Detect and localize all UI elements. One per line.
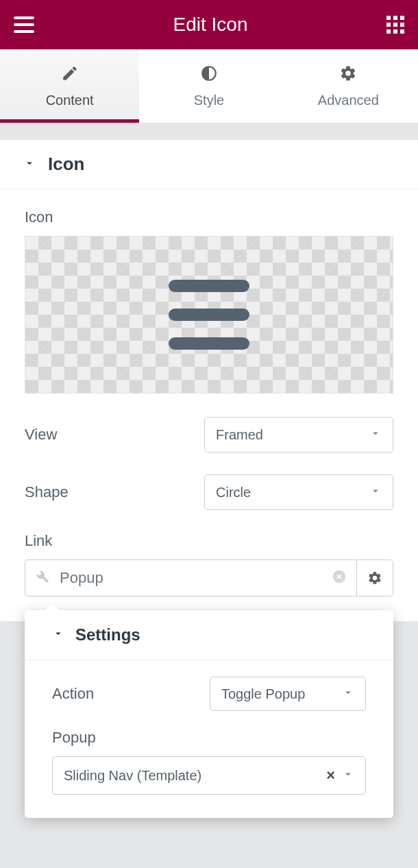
popover-title: Settings — [75, 625, 140, 644]
pencil-icon — [61, 64, 79, 86]
link-label: Link — [25, 532, 393, 550]
editor-tabs: Content Style Advanced — [0, 49, 418, 123]
wrench-icon — [35, 569, 50, 587]
svg-rect-3 — [386, 16, 391, 20]
select-value: Sliding Nav (Template) — [64, 768, 326, 784]
svg-rect-7 — [393, 23, 397, 27]
link-settings-popover: Settings Action Toggle Popup Popup Slidi… — [25, 610, 393, 818]
chevron-down-icon — [342, 686, 354, 702]
link-value: Popup — [60, 569, 322, 587]
chevron-down-icon — [369, 485, 382, 501]
svg-rect-5 — [400, 16, 404, 20]
content-panel: Icon Icon View Framed Shape Circle Link — [0, 140, 418, 621]
svg-rect-1 — [14, 23, 34, 26]
select-value: Circle — [216, 485, 251, 501]
chevron-down-icon — [342, 768, 354, 784]
link-input[interactable]: Popup — [25, 559, 356, 596]
shape-select[interactable]: Circle — [204, 474, 393, 510]
header-title: Edit Icon — [34, 14, 386, 36]
editor-header: Edit Icon — [0, 0, 418, 49]
caret-down-icon — [52, 627, 64, 642]
apps-grid-icon[interactable] — [386, 16, 404, 34]
popover-header[interactable]: Settings — [25, 610, 393, 660]
section-title: Icon — [48, 154, 84, 175]
svg-rect-0 — [14, 16, 34, 19]
tab-label: Advanced — [318, 93, 379, 108]
select-value: Toggle Popup — [221, 686, 305, 702]
section-header-icon[interactable]: Icon — [0, 140, 418, 189]
clear-icon[interactable] — [332, 569, 347, 587]
view-select[interactable]: Framed — [204, 417, 393, 453]
remove-icon[interactable]: × — [326, 767, 335, 784]
svg-rect-6 — [386, 23, 391, 27]
icon-field-label: Icon — [25, 208, 393, 226]
svg-rect-10 — [393, 29, 397, 34]
tab-content[interactable]: Content — [0, 49, 139, 123]
action-label: Action — [52, 685, 94, 703]
select-value: Framed — [216, 427, 263, 443]
popup-label: Popup — [52, 729, 366, 747]
action-select[interactable]: Toggle Popup — [210, 677, 366, 711]
menu-icon[interactable] — [14, 16, 34, 33]
hamburger-icon — [169, 280, 249, 350]
shape-label: Shape — [25, 483, 69, 501]
tab-label: Style — [194, 93, 224, 108]
svg-rect-2 — [14, 30, 34, 33]
gear-icon — [339, 64, 357, 86]
tab-style[interactable]: Style — [139, 49, 278, 123]
popup-select[interactable]: Sliding Nav (Template) × — [52, 756, 366, 795]
svg-rect-9 — [386, 29, 391, 34]
tab-advanced[interactable]: Advanced — [279, 49, 418, 123]
svg-rect-11 — [400, 29, 404, 34]
view-label: View — [25, 426, 57, 444]
caret-down-icon — [23, 157, 36, 172]
svg-rect-4 — [393, 16, 397, 20]
chevron-down-icon — [369, 427, 382, 443]
link-settings-button[interactable] — [356, 559, 393, 596]
contrast-icon — [200, 64, 218, 86]
svg-rect-8 — [400, 23, 404, 27]
tab-label: Content — [46, 93, 94, 108]
icon-preview[interactable] — [25, 236, 393, 394]
